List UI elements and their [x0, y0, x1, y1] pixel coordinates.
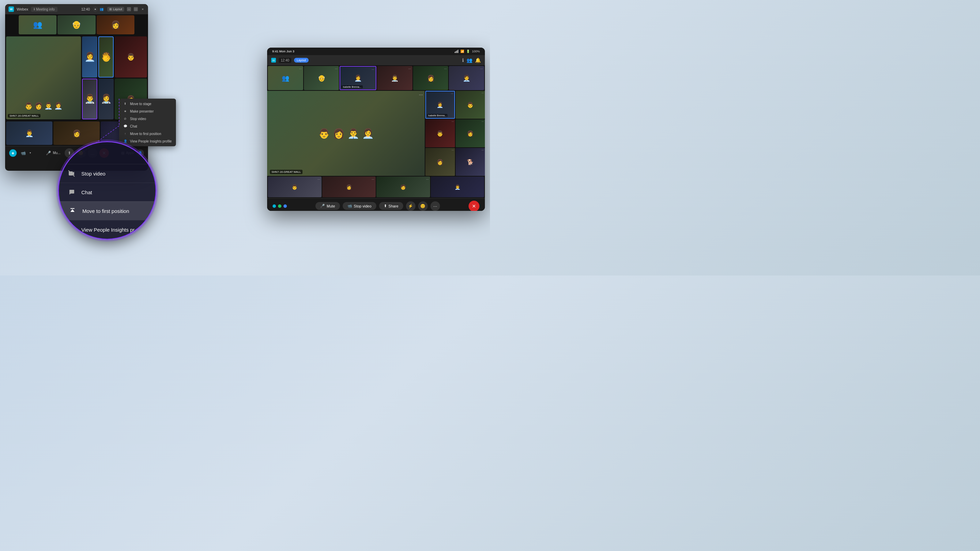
- mic-icon: 🎤: [320, 204, 325, 208]
- bottom-cell-1[interactable]: 👨‍💼: [6, 121, 52, 145]
- magnified-stop-video[interactable]: Stop video: [59, 164, 156, 183]
- minimize-button[interactable]: ─: [127, 7, 131, 11]
- mute-button[interactable]: 🎤 Mu...: [43, 149, 62, 157]
- tablet-thumb-6[interactable]: 🧑‍💼 ⋯: [449, 66, 484, 90]
- cm-move-to-stage[interactable]: ⬆ Move to stage: [119, 100, 176, 108]
- maximize-button[interactable]: □: [134, 7, 138, 11]
- tablet-main-video[interactable]: 👨 👩 👨‍💼 👩‍💼 SHN7-16-GREAT WALL ⋯: [267, 91, 425, 176]
- tablet-extra-4[interactable]: 👨‍💼: [431, 176, 485, 197]
- video-cell-4[interactable]: 👩‍⚕️: [98, 79, 114, 120]
- side-6-dots[interactable]: ⋯: [482, 149, 484, 152]
- tablet-notify-icon[interactable]: 🔔: [475, 57, 481, 63]
- stop-video-icon: ⊘: [123, 117, 127, 121]
- tablet-stop-video-btn[interactable]: 📹 Stop video: [343, 202, 376, 210]
- side-5-dots[interactable]: ⋯: [452, 149, 454, 152]
- tablet-bottom-center: 🎤 Mute 📹 Stop video ⬆ Share ⚡ 😊 ···: [315, 202, 440, 211]
- tablet-side-2[interactable]: 👨 ⋯: [456, 91, 485, 119]
- tablet-thumb-3[interactable]: 👩‍💼 ⋯ Isabelle Brenna...: [340, 66, 376, 90]
- tablet-thumb-4[interactable]: 👨‍⚕️ ⋯: [377, 66, 412, 90]
- close-button[interactable]: ✕: [140, 7, 145, 11]
- video-caret[interactable]: ▾: [30, 151, 31, 154]
- video-extra-1[interactable]: 👨: [115, 37, 147, 78]
- main-video-left[interactable]: 👨 👩 👨‍💼 👩‍💼 SHN7-16-GREAT WALL: [6, 37, 81, 119]
- video-settings-icon[interactable]: 📹: [19, 149, 27, 157]
- participants-icon: 👥: [99, 6, 105, 12]
- tablet-location-label: SHN7-16-GREAT WALL: [270, 170, 302, 174]
- tablet-statusbar: 9:41 Mon Jun 3 📶 🔋 100%: [267, 48, 485, 55]
- share-label: Share: [388, 204, 398, 208]
- magnified-move-first[interactable]: Move to first position: [59, 202, 156, 220]
- tablet-share-btn[interactable]: ⬆ Share: [379, 202, 403, 210]
- video-cell-1[interactable]: 👩‍💼: [82, 37, 97, 78]
- thumb-3-name: Isabelle Brenna...: [341, 86, 363, 89]
- magnified-insights-icon: [67, 225, 76, 234]
- tablet-info-icon[interactable]: ℹ: [462, 57, 464, 63]
- video-cell-3[interactable]: 👨‍⚕️ Unmute: [82, 79, 97, 120]
- extra-3-dots[interactable]: ⋯: [426, 178, 429, 181]
- cm-stop-video[interactable]: ⊘ Stop video: [119, 115, 176, 122]
- tablet-extra-row: 👨 ⋯ 👩 ⋯ 🧑 ⋯ 👨‍💼: [267, 176, 485, 198]
- move-first-icon: ↑: [123, 132, 127, 136]
- tablet-side-column: 👩‍💼 ⋯ Isabelle Brenna... 👨 ⋯ 👨 ⋯ 👩 ⋯ 👩 ⋯: [425, 91, 485, 176]
- tablet-emoji-btn[interactable]: 😊: [418, 202, 428, 211]
- tablet-toolbar-icons: ℹ 👥 🔔: [462, 57, 481, 63]
- extra-1-dots[interactable]: ⋯: [318, 178, 320, 181]
- magnified-move-first-icon: [68, 206, 77, 215]
- tablet-main-more[interactable]: ⋯: [419, 92, 423, 97]
- thumb-2-dots[interactable]: ⋯: [335, 67, 337, 70]
- magnified-people-insights[interactable]: View People Insights pr: [59, 220, 156, 239]
- tablet-mute-btn[interactable]: 🎤 Mute: [315, 202, 340, 210]
- tablet-thumb-5[interactable]: 👩 ⋯: [413, 66, 449, 90]
- layout-label: Layout: [113, 8, 122, 11]
- cm-move-first[interactable]: ↑ Move to first position: [119, 130, 176, 137]
- tablet-side-1[interactable]: 👩‍💼 ⋯ Isabelle Brenna...: [425, 91, 455, 119]
- layout-button[interactable]: ⊞ Layout: [107, 7, 124, 11]
- side-4-dots[interactable]: ⋯: [482, 121, 484, 123]
- video-thumb-2[interactable]: 👴: [57, 15, 95, 34]
- tablet-extra-2[interactable]: 👩 ⋯: [322, 176, 376, 197]
- thumb-6-dots[interactable]: ⋯: [480, 67, 483, 70]
- cm-chat[interactable]: 💬 Chat: [119, 122, 176, 130]
- tablet-window: 9:41 Mon Jun 3 📶 🔋 100% W 12:40 Layout ℹ…: [267, 48, 485, 211]
- titlebar-left: W Webex ℹ Meeting info: [8, 6, 57, 12]
- thumb-5-dots[interactable]: ⋯: [444, 67, 447, 70]
- bottom-cell-2[interactable]: 👩: [53, 121, 100, 145]
- battery-icon: 🔋: [466, 50, 470, 53]
- tablet-thumb-1[interactable]: 👥 ⋯: [268, 66, 303, 90]
- thumb-1-dots[interactable]: ⋯: [299, 67, 302, 70]
- tablet-end-call-btn[interactable]: ✕: [469, 201, 479, 211]
- tablet-side-5[interactable]: 👩 ⋯: [425, 148, 455, 176]
- cm-people-insights[interactable]: 👤 View People Insights profile: [119, 137, 176, 145]
- tablet-participants-icon[interactable]: 👥: [466, 57, 472, 63]
- magnified-chat[interactable]: Chat: [59, 183, 156, 202]
- tablet-more-btn[interactable]: ···: [430, 202, 440, 211]
- tablet-extra-1[interactable]: 👨 ⋯: [268, 176, 321, 197]
- record-icon: ●: [92, 6, 98, 12]
- tablet-side-3[interactable]: 👨 ⋯: [425, 119, 455, 147]
- cm-make-presenter[interactable]: ★ Make presenter: [119, 108, 176, 115]
- video-thumb-3[interactable]: 👩: [97, 15, 134, 34]
- tablet-extra-3[interactable]: 🧑 ⋯: [376, 176, 430, 197]
- titlebar-time: 12:40: [81, 8, 90, 11]
- tablet-layout-btn[interactable]: Layout: [294, 58, 309, 63]
- tablet-thumb-2[interactable]: 👴 ⋯: [304, 66, 339, 90]
- wifi-icon: 📶: [460, 50, 464, 53]
- dot-blue: [283, 205, 287, 208]
- app-name: Webex: [17, 7, 28, 11]
- side-3-dots[interactable]: ⋯: [452, 121, 454, 123]
- location-label: SHN7-16-GREAT WALL: [8, 114, 40, 118]
- video-thumb-1[interactable]: 👥: [19, 15, 56, 34]
- thumb-4-dots[interactable]: ⋯: [408, 67, 411, 70]
- presenter-icon: ★: [123, 109, 127, 113]
- tablet-bluetooth-btn[interactable]: ⚡: [406, 202, 415, 211]
- side-2-dots[interactable]: ⋯: [482, 92, 484, 95]
- tablet-side-4[interactable]: 👩 ⋯: [456, 119, 485, 147]
- tablet-side-6[interactable]: 🐕 ⋯: [456, 148, 485, 176]
- side-1-dots[interactable]: ⋯: [451, 92, 453, 95]
- meeting-info-label: Meeting info: [36, 8, 54, 11]
- meeting-info-btn[interactable]: ℹ Meeting info: [31, 7, 57, 12]
- extra-2-dots[interactable]: ⋯: [372, 178, 374, 181]
- thumb-3-dots[interactable]: ⋯: [372, 68, 374, 71]
- dot-cyan: [272, 205, 276, 208]
- video-cell-2[interactable]: 👨 🖐: [98, 37, 114, 78]
